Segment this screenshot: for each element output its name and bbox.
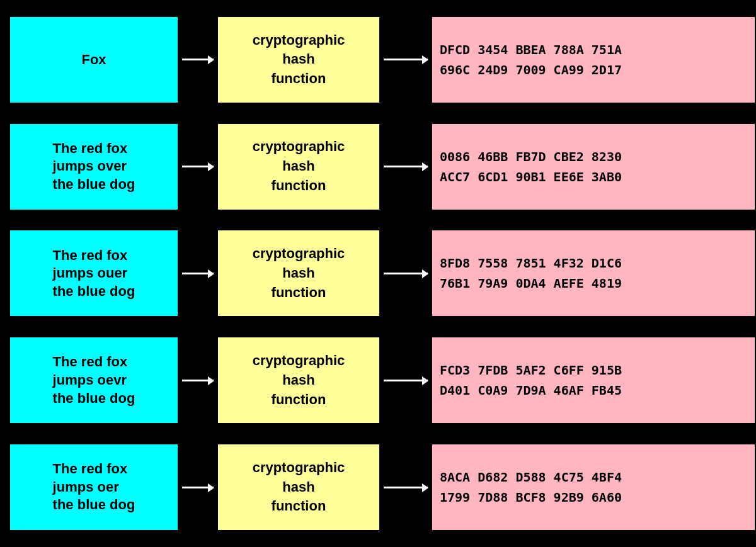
arrow2-5 — [381, 487, 431, 488]
arrow2-2 — [381, 166, 431, 167]
output-box-1: DFCD 3454 BBEA 788A 751A696C 24D9 7009 C… — [431, 16, 756, 104]
output-line2-3: 76B1 79A9 0DA4 AEFE 4819 — [440, 273, 622, 293]
input-box-3: The red fox jumps ouer the blue dog — [9, 229, 179, 317]
output-line1-3: 8FD8 7558 7851 4F32 D1C6 — [440, 253, 622, 273]
hash-box-1: cryptographic hash function — [217, 16, 381, 104]
arrow1-1 — [179, 59, 217, 60]
output-line2-2: ACC7 6CD1 90B1 EE6E 3AB0 — [440, 167, 622, 187]
output-line1-5: 8ACA D682 D588 4C75 4BF4 — [440, 467, 622, 487]
arrow2-4 — [381, 380, 431, 381]
input-box-1: Fox — [9, 16, 179, 104]
output-line1-1: DFCD 3454 BBEA 788A 751A — [440, 40, 622, 60]
arrow2-1 — [381, 59, 431, 60]
arrow1-4 — [179, 380, 217, 381]
hash-box-4: cryptographic hash function — [217, 336, 381, 424]
output-text-2: 0086 46BB FB7D CBE2 8230ACC7 6CD1 90B1 E… — [440, 147, 622, 187]
row-2: The red fox jumps over the blue dogcrypt… — [0, 116, 756, 217]
output-text-5: 8ACA D682 D588 4C75 4BF41799 7D88 BCF8 9… — [440, 467, 622, 507]
output-text-1: DFCD 3454 BBEA 788A 751A696C 24D9 7009 C… — [440, 40, 622, 80]
hash-box-2: cryptographic hash function — [217, 123, 381, 211]
input-box-4: The red fox jumps oevr the blue dog — [9, 336, 179, 424]
output-line2-4: D401 C0A9 7D9A 46AF FB45 — [440, 380, 622, 400]
output-line2-5: 1799 7D88 BCF8 92B9 6A60 — [440, 487, 622, 507]
arrow1-3 — [179, 273, 217, 274]
input-box-2: The red fox jumps over the blue dog — [9, 123, 179, 211]
main-container: Foxcryptographic hash functionDFCD 3454 … — [0, 0, 756, 547]
row-5: The red fox jumps oer the blue dogcrypto… — [0, 437, 756, 538]
hash-box-5: cryptographic hash function — [217, 443, 381, 531]
output-line1-2: 0086 46BB FB7D CBE2 8230 — [440, 147, 622, 167]
output-line1-4: FCD3 7FDB 5AF2 C6FF 915B — [440, 360, 622, 380]
arrow2-3 — [381, 273, 431, 274]
row-3: The red fox jumps ouer the blue dogcrypt… — [0, 223, 756, 324]
output-text-3: 8FD8 7558 7851 4F32 D1C676B1 79A9 0DA4 A… — [440, 253, 622, 293]
output-box-5: 8ACA D682 D588 4C75 4BF41799 7D88 BCF8 9… — [431, 443, 756, 531]
arrow1-5 — [179, 487, 217, 488]
output-box-2: 0086 46BB FB7D CBE2 8230ACC7 6CD1 90B1 E… — [431, 123, 756, 211]
output-text-4: FCD3 7FDB 5AF2 C6FF 915BD401 C0A9 7D9A 4… — [440, 360, 622, 400]
row-1: Foxcryptographic hash functionDFCD 3454 … — [0, 9, 756, 110]
output-box-3: 8FD8 7558 7851 4F32 D1C676B1 79A9 0DA4 A… — [431, 229, 756, 317]
row-4: The red fox jumps oevr the blue dogcrypt… — [0, 330, 756, 431]
hash-box-3: cryptographic hash function — [217, 229, 381, 317]
arrow1-2 — [179, 166, 217, 167]
output-line2-1: 696C 24D9 7009 CA99 2D17 — [440, 60, 622, 80]
output-box-4: FCD3 7FDB 5AF2 C6FF 915BD401 C0A9 7D9A 4… — [431, 336, 756, 424]
input-box-5: The red fox jumps oer the blue dog — [9, 443, 179, 531]
